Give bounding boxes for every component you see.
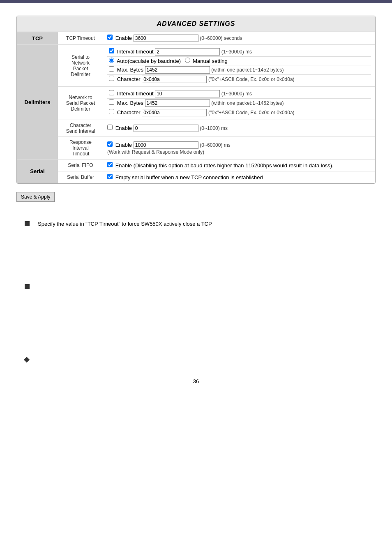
n2s-interval-timeout-checkbox[interactable] xyxy=(109,90,114,95)
n2s-max-bytes-checkbox[interactable] xyxy=(109,99,114,105)
serial-to-network-inner: Interval timeout (1~30000) ms Auto(cacul xyxy=(107,47,371,84)
settings-title: ADVANCED SETTINGS xyxy=(17,16,375,32)
auto-calc-radio[interactable] xyxy=(109,58,114,63)
max-bytes-checkbox[interactable] xyxy=(109,66,114,72)
n2s-max-bytes-row: Max. Bytes (within one packet:1~1452 byt… xyxy=(107,99,371,108)
n2s-interval-timeout-row: Interval timeout (1~30000) ms xyxy=(107,89,371,99)
content-area: ADVANCED SETTINGS TCP TCP Timeout Enable… xyxy=(0,3,392,397)
bullet-item-2 xyxy=(25,283,367,289)
tcp-section-label: TCP xyxy=(17,32,58,45)
char-send-value-input[interactable] xyxy=(134,125,198,132)
character-input[interactable] xyxy=(142,76,207,83)
serial-fifo-label: Serial FIFO xyxy=(58,160,103,171)
max-bytes-label[interactable]: Max. Bytes xyxy=(109,67,145,73)
char-send-interval-label: Character Send Interval xyxy=(58,120,103,137)
spacer-2 xyxy=(25,295,367,357)
bullet-item-3 xyxy=(25,357,367,362)
tcp-enable-checkbox[interactable] xyxy=(107,35,113,40)
settings-container: ADVANCED SETTINGS TCP TCP Timeout Enable… xyxy=(16,16,376,184)
n2s-character-label[interactable]: Character xyxy=(109,109,142,116)
response-interval-range: (0~60000) ms xyxy=(200,142,230,148)
char-send-interval-row: Character Send Interval Enable (0~1000) … xyxy=(17,120,375,137)
manual-setting-label[interactable]: Manual setting xyxy=(185,58,228,64)
max-bytes-input[interactable] xyxy=(145,66,210,74)
spacer-1 xyxy=(25,234,367,283)
serial-section-label: Serial xyxy=(17,160,58,183)
bullet-text-1: Specify the value in “TCP Timeout” to fo… xyxy=(38,220,212,228)
serial-to-network-content: Interval timeout (1~30000) ms Auto(cacul xyxy=(103,45,375,87)
interval-timeout-row: Interval timeout (1~30000) ms xyxy=(107,47,371,57)
serial-fifo-enable-label[interactable]: Enable (Disabling this option at baud ra… xyxy=(107,162,334,169)
n2s-max-bytes-hint: (within one packet:1~1452 bytes) xyxy=(211,100,284,106)
network-to-serial-content: Interval timeout (1~30000) ms Max. Bytes xyxy=(103,87,375,120)
bullet-section: Specify the value in “TCP Timeout” to fo… xyxy=(16,220,376,362)
max-bytes-row: Max. Bytes (within one packet:1~1452 byt… xyxy=(107,65,371,75)
n2s-max-bytes-input[interactable] xyxy=(145,99,210,107)
n2s-interval-timeout-label[interactable]: Interval timeout xyxy=(109,90,155,97)
bullet-diamond-icon-3 xyxy=(24,357,30,363)
bullet-square-icon-2 xyxy=(25,284,30,289)
serial-buffer-enable-label[interactable]: Empty serial buffer when a new TCP conne… xyxy=(107,174,263,180)
response-interval-input[interactable] xyxy=(134,141,198,149)
character-row: Character ("0x"+ASCII Code, Ex. 0x0d or … xyxy=(107,75,371,84)
network-to-serial-label: Network to Serial Packet Delimiter xyxy=(58,87,103,120)
char-send-range: (0~1000) ms xyxy=(200,125,228,131)
max-bytes-hint: (within one packet:1~1452 bytes) xyxy=(211,67,284,73)
n2s-character-row: Character ("0x"+ASCII Code, Ex. 0x0d or … xyxy=(107,108,371,118)
response-enable-checkbox[interactable] xyxy=(107,141,113,147)
serial-to-network-label: Serial to Network Packet Delimiter xyxy=(58,45,103,87)
interval-timeout-checkbox[interactable] xyxy=(109,48,114,53)
bullet-item-1: Specify the value in “TCP Timeout” to fo… xyxy=(25,220,367,228)
delimiters-section-label: Delimiters xyxy=(17,45,58,160)
serial-buffer-row: Serial Buffer Empty serial buffer when a… xyxy=(17,171,375,183)
serial-fifo-row: Serial Serial FIFO Enable (Disabling thi… xyxy=(17,160,375,171)
tcp-timeout-range: (0~60000) seconds xyxy=(200,35,242,41)
tcp-enable-label[interactable]: Enable xyxy=(107,35,134,41)
response-interval-content: Enable (0~60000) ms (Work with Request &… xyxy=(103,137,375,160)
settings-table: TCP TCP Timeout Enable (0~60000) seconds… xyxy=(17,32,375,183)
interval-timeout-input[interactable] xyxy=(155,48,220,56)
save-apply-button[interactable]: Save & Apply xyxy=(16,192,55,202)
serial-fifo-checkbox[interactable] xyxy=(107,162,113,167)
tcp-timeout-label: TCP Timeout xyxy=(58,32,103,45)
n2s-interval-timeout-input[interactable] xyxy=(155,90,220,97)
serial-fifo-content: Enable (Disabling this option at baud ra… xyxy=(103,160,375,171)
serial-buffer-label: Serial Buffer xyxy=(58,171,103,183)
character-label[interactable]: Character xyxy=(109,76,142,82)
network-to-serial-inner: Interval timeout (1~30000) ms Max. Bytes xyxy=(107,89,371,117)
bullet-square-icon-1 xyxy=(25,221,30,226)
serial-buffer-content: Empty serial buffer when a new TCP conne… xyxy=(103,171,375,183)
auto-calc-label[interactable]: Auto(caculate by baudrate) xyxy=(109,58,182,64)
n2s-character-hint: ("0x"+ASCII Code, Ex. 0x0d or 0x0d0a) xyxy=(208,110,295,116)
response-interval-row: Response Interval Timeout Enable (0~6000… xyxy=(17,137,375,160)
response-interval-note: (Work with Request & Response Mode only) xyxy=(107,149,371,155)
char-send-enable-label[interactable]: Enable xyxy=(107,125,134,131)
n2s-character-input[interactable] xyxy=(142,109,207,116)
tcp-row: TCP TCP Timeout Enable (0~60000) seconds xyxy=(17,32,375,45)
char-send-enable-checkbox[interactable] xyxy=(107,125,113,130)
interval-timeout-label[interactable]: Interval timeout xyxy=(109,49,155,55)
response-interval-label: Response Interval Timeout xyxy=(58,137,103,160)
n2s-max-bytes-label[interactable]: Max. Bytes xyxy=(109,100,145,106)
interval-timeout-range: (1~30000) ms xyxy=(221,49,252,55)
character-hint: ("0x"+ASCII Code, Ex. 0x0d or 0x0d0a) xyxy=(208,76,295,82)
character-checkbox[interactable] xyxy=(109,76,114,81)
serial-to-network-row: Delimiters Serial to Network Packet Deli… xyxy=(17,45,375,87)
response-interval-enable-row: Enable (0~60000) ms xyxy=(107,141,371,149)
response-enable-label[interactable]: Enable xyxy=(107,142,134,148)
tcp-timeout-input[interactable] xyxy=(134,35,198,42)
tcp-timeout-content: Enable (0~60000) seconds xyxy=(103,32,375,45)
serial-buffer-checkbox[interactable] xyxy=(107,174,113,179)
page-number: 36 xyxy=(16,378,376,384)
top-bar xyxy=(0,0,392,3)
n2s-character-checkbox[interactable] xyxy=(109,109,114,114)
network-to-serial-row: Network to Serial Packet Delimiter Inter… xyxy=(17,87,375,120)
manual-radio[interactable] xyxy=(185,58,190,63)
n2s-interval-timeout-range: (1~30000) ms xyxy=(221,91,252,97)
auto-calc-row: Auto(caculate by baudrate) Manual settin… xyxy=(107,57,371,65)
char-send-interval-content: Enable (0~1000) ms xyxy=(103,120,375,137)
